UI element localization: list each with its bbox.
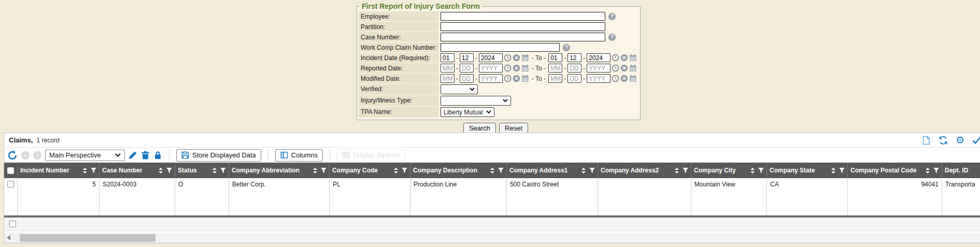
row-checkbox[interactable] — [7, 181, 14, 187]
filter-funnel-icon[interactable] — [683, 168, 688, 173]
scrollbar-thumb[interactable] — [20, 234, 155, 242]
clock-icon[interactable] — [612, 54, 619, 62]
calendar-icon[interactable] — [629, 54, 637, 62]
chevron-down-icon — [486, 110, 491, 114]
modified-from-year-input[interactable] — [479, 74, 503, 83]
clear-date-icon[interactable] — [620, 64, 628, 72]
display-options-button: Display Options — [337, 149, 405, 162]
sort-icon[interactable] — [212, 168, 217, 173]
filter-funnel-icon[interactable] — [166, 168, 172, 173]
clock-icon[interactable] — [612, 64, 619, 72]
clear-date-icon[interactable] — [513, 64, 520, 72]
filter-funnel-icon[interactable] — [933, 168, 939, 173]
sort-icon[interactable] — [674, 168, 679, 173]
filter-funnel-icon[interactable] — [402, 168, 407, 173]
sort-icon[interactable] — [925, 168, 930, 173]
cell-company-city: Mountain View — [691, 178, 767, 215]
reported-to-month-input[interactable] — [548, 64, 562, 72]
filter-funnel-icon[interactable] — [321, 168, 326, 173]
row-select-cell — [4, 178, 18, 215]
filter-funnel-icon[interactable] — [91, 168, 96, 173]
edit-pencil-icon[interactable] — [129, 151, 137, 159]
modified-to-year-input[interactable] — [587, 74, 610, 83]
incident-to-month-input[interactable] — [548, 53, 562, 62]
work-comp-input[interactable] — [441, 43, 560, 52]
claims-title-text: Claims, — [9, 136, 33, 144]
reported-to-year-input[interactable] — [587, 64, 610, 72]
filter-funnel-icon[interactable] — [220, 168, 226, 173]
help-icon[interactable]: ? — [608, 13, 616, 20]
tpa-select[interactable]: Liberty Mutual — [441, 107, 494, 117]
incident-to-day-input[interactable] — [567, 53, 581, 62]
sort-icon[interactable] — [831, 168, 836, 173]
calendar-icon[interactable] — [629, 64, 637, 72]
incident-from-month-input[interactable] — [441, 53, 455, 62]
modified-from-month-input[interactable] — [441, 74, 455, 83]
filter-funnel-icon[interactable] — [839, 168, 845, 173]
reported-date-label: Reported Date: — [359, 63, 439, 73]
table-row[interactable]: 5 S2024-0003 O Better Corp. PL Productio… — [4, 178, 980, 215]
incident-from-day-input[interactable] — [460, 53, 474, 62]
select-all-checkbox[interactable] — [7, 167, 14, 174]
calendar-icon[interactable] — [629, 75, 637, 82]
reported-from-month-input[interactable] — [441, 64, 455, 72]
next-page-icon[interactable]: › — [33, 151, 41, 159]
filter-funnel-icon[interactable] — [498, 168, 504, 173]
clock-icon[interactable] — [504, 54, 512, 62]
clear-date-icon[interactable] — [513, 54, 520, 62]
partition-input[interactable] — [441, 22, 605, 31]
undo-refresh-icon[interactable] — [7, 150, 18, 161]
help-icon[interactable]: ? — [608, 34, 616, 41]
gear-icon[interactable]: ⚙ — [956, 136, 964, 145]
sort-icon[interactable] — [82, 168, 88, 173]
reported-from-day-input[interactable] — [460, 64, 474, 72]
check-icon[interactable] — [972, 136, 980, 145]
sort-icon[interactable] — [581, 168, 586, 173]
new-page-icon[interactable] — [921, 136, 931, 145]
delete-trash-icon[interactable] — [141, 151, 150, 159]
filter-funnel-icon[interactable] — [589, 168, 595, 173]
clear-date-icon[interactable] — [513, 75, 520, 82]
clock-icon[interactable] — [612, 75, 619, 82]
calendar-icon[interactable] — [521, 54, 529, 62]
filter-funnel-icon[interactable] — [758, 168, 764, 173]
cell-case-number: S2024-0003 — [100, 178, 175, 215]
footer-checkbox[interactable] — [9, 221, 16, 227]
modified-to-month-input[interactable] — [548, 74, 562, 83]
clock-icon[interactable] — [504, 64, 512, 72]
header-company-address1: Company Address1 — [507, 163, 598, 178]
store-displayed-data-button[interactable]: Store Displayed Data — [176, 149, 261, 162]
incident-to-year-input[interactable] — [587, 53, 610, 62]
case-number-input[interactable] — [441, 33, 605, 41]
sort-icon[interactable] — [393, 168, 399, 173]
columns-button[interactable]: Columns — [275, 149, 323, 162]
clock-icon[interactable] — [504, 75, 512, 82]
tpa-label: TPA Name: — [359, 107, 439, 118]
horizontal-scrollbar[interactable] — [4, 233, 980, 243]
calendar-icon[interactable] — [521, 64, 529, 72]
to-separator: - To - — [530, 54, 547, 62]
cell-company-state: CA — [767, 178, 848, 215]
prev-page-icon[interactable]: ‹ — [21, 151, 30, 159]
sort-icon[interactable] — [313, 168, 318, 173]
modified-to-day-input[interactable] — [567, 74, 581, 83]
calendar-icon[interactable] — [521, 75, 529, 82]
help-icon[interactable]: ? — [563, 44, 570, 51]
injury-type-select[interactable] — [441, 96, 511, 106]
clear-date-icon[interactable] — [620, 54, 628, 62]
refresh-icon[interactable] — [939, 136, 948, 145]
scroll-left-arrow-icon[interactable] — [7, 235, 10, 240]
perspective-select[interactable]: Main Perspective — [45, 150, 125, 161]
reported-from-year-input[interactable] — [479, 64, 503, 72]
modified-from-day-input[interactable] — [460, 74, 474, 83]
lock-icon[interactable] — [153, 151, 162, 159]
titlebar-icon-group: ⚙ — [921, 136, 977, 145]
sort-icon[interactable] — [158, 168, 163, 173]
clear-date-icon[interactable] — [620, 75, 628, 82]
verified-select[interactable] — [441, 84, 478, 94]
incident-from-year-input[interactable] — [479, 53, 503, 62]
reported-to-day-input[interactable] — [567, 64, 581, 72]
sort-icon[interactable] — [490, 168, 495, 173]
employee-input[interactable] — [441, 12, 605, 21]
sort-icon[interactable] — [750, 168, 755, 173]
